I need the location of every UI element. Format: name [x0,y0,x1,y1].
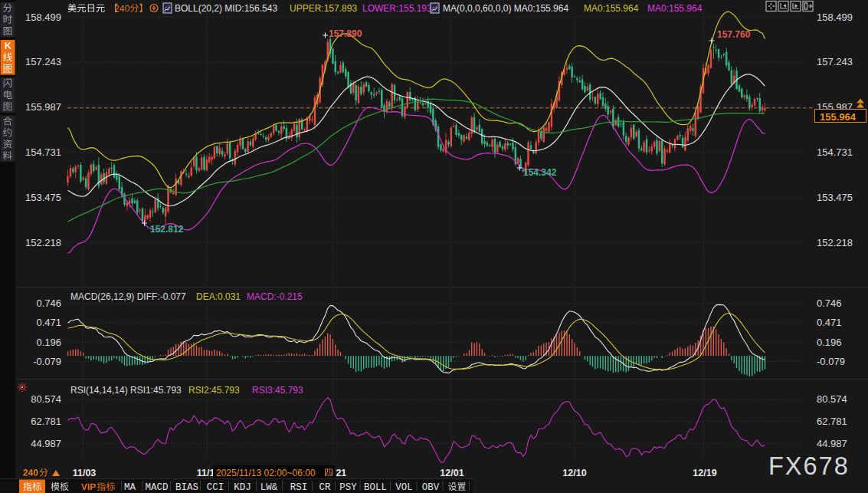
svg-text:FX678: FX678 [768,452,850,480]
svg-text:0.471: 0.471 [817,317,842,328]
svg-text:12/10: 12/10 [562,468,586,478]
svg-text:KDJ: KDJ [234,482,251,493]
svg-text:LOWER:155.193: LOWER:155.193 [362,3,432,14]
svg-text:-0.079: -0.079 [817,356,845,367]
svg-text:0.471: 0.471 [36,317,61,328]
svg-text:80.574: 80.574 [31,393,61,405]
svg-text:MA0:155.964: MA0:155.964 [647,3,703,14]
svg-text:MACD(26,12,9) DIFF:-0.077: MACD(26,12,9) DIFF:-0.077 [70,291,186,302]
svg-text:157.243: 157.243 [25,56,61,67]
svg-text:44.987: 44.987 [31,438,61,449]
svg-text:152.218: 152.218 [817,237,853,248]
svg-text:155.964: 155.964 [820,111,857,123]
svg-text:CCI: CCI [207,482,224,493]
svg-text:MA0:155.964: MA0:155.964 [584,3,639,14]
svg-text:158.499: 158.499 [25,12,61,23]
svg-text:0.746: 0.746 [36,297,61,309]
svg-text:153.475: 153.475 [817,192,853,203]
svg-text:2025/11/13 02:00~06:00: 2025/11/13 02:00~06:00 [216,468,316,478]
svg-text:0.746: 0.746 [817,297,842,309]
svg-text:0.196: 0.196 [817,337,842,348]
svg-text:62.781: 62.781 [31,416,61,427]
svg-text:155.987: 155.987 [25,101,61,113]
svg-text:RSI2:45.793: RSI2:45.793 [188,385,240,396]
svg-text:157.243: 157.243 [817,56,853,67]
svg-text:153.475: 153.475 [25,192,61,203]
svg-text:UPPER:157.893: UPPER:157.893 [290,3,357,14]
svg-text:RSI3:45.793: RSI3:45.793 [252,385,303,396]
svg-text:DEA:0.031: DEA:0.031 [196,291,241,302]
svg-text:44.987: 44.987 [817,438,847,449]
svg-text:152.218: 152.218 [25,237,61,248]
svg-text:BOLL(20,2) MID:156.543: BOLL(20,2) MID:156.543 [175,3,277,14]
svg-text:62.781: 62.781 [817,416,847,427]
svg-text:11/03: 11/03 [73,468,97,478]
svg-text:CR: CR [319,482,331,493]
svg-text:OBV: OBV [422,482,440,493]
svg-text:-0.079: -0.079 [33,356,61,367]
svg-text:154.731: 154.731 [817,146,853,158]
svg-text:157.890: 157.890 [329,28,362,39]
svg-text:157.760: 157.760 [717,29,751,40]
svg-text:MACD:-0.215: MACD:-0.215 [247,291,303,302]
svg-text:158.499: 158.499 [817,12,853,23]
svg-text:MA(0,0,0,60,0,0) MA0:155.964: MA(0,0,0,60,0,0) MA0:155.964 [443,3,568,14]
svg-text:LW&: LW& [260,482,278,493]
svg-text:BIAS: BIAS [175,482,198,493]
svg-text:154.342: 154.342 [523,167,557,178]
svg-text:154.731: 154.731 [25,146,61,158]
svg-text:RSI(14,14,14) RSI1:45.793: RSI(14,14,14) RSI1:45.793 [70,385,182,396]
svg-text:80.574: 80.574 [817,393,847,405]
svg-text:152.812: 152.812 [150,224,184,235]
svg-text:BOLL: BOLL [364,482,387,493]
svg-text:VOL: VOL [395,482,413,493]
svg-text:MA: MA [124,482,136,493]
svg-text:12/19: 12/19 [693,468,716,478]
svg-text:PSY: PSY [339,482,357,493]
svg-text:12/01: 12/01 [440,468,463,478]
svg-text:0.196: 0.196 [36,337,61,348]
svg-text:MACD: MACD [145,482,168,493]
svg-text:RSI: RSI [290,482,308,493]
